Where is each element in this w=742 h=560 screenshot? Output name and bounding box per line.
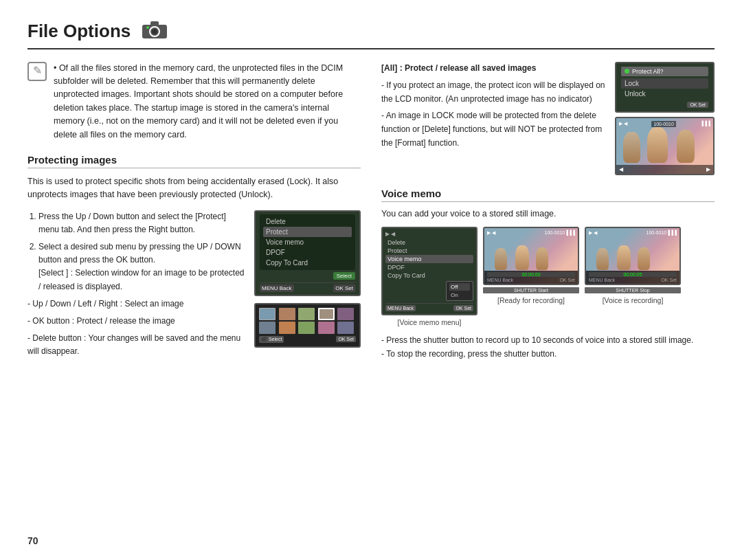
set-btn-2: OK Set [336,336,356,342]
thumb-3 [298,308,315,320]
camera-indicator: ▶ ◀ [385,231,395,237]
arrow-right: ▶ [706,166,710,172]
select-badge: Select [333,272,355,280]
note-text: • Of all the files stored in the memory … [54,62,361,142]
bullet-marker: • [54,63,56,73]
thumb-6 [259,322,276,334]
rec-top-bar: ▶ ◀ 100-0010▐▐▐ [586,228,679,238]
rec-person-2 [617,245,631,270]
lcd-menu-screen: Delete Protect Voice memo DPOF Copy To C… [254,210,361,296]
thumb-2 [279,308,295,320]
note-icon: ✎ [27,62,47,81]
photo-indicator: ▶ ◀ [619,121,627,127]
voice-screens: ▶ ◀ Delete Protect Voice memo DPOF Copy … [381,227,715,326]
shutter-stop-btn: SHUTTER Stop [585,287,681,293]
shutter-start-btn: SHUTTER Start [483,287,579,293]
page-title: File Options [27,21,715,49]
thumb-4 [318,308,335,320]
vm-voice: Voice memo [385,255,473,263]
lcd-bottom-bar-1: MENU Back OK Set [260,282,355,292]
voice-menu-label: [Voice memo menu] [398,318,462,326]
camera-icon [142,21,167,44]
thumb-5 [337,308,354,320]
ready-person-1 [495,248,507,270]
svg-rect-1 [150,21,159,26]
person-2 [647,127,668,163]
bullet-3: Delete button : Your changes will be sav… [27,332,245,358]
voice-ready-lcd: ▶ ◀ 100-0010▐▐▐ 00:00:00 MENU Back OK Se… [483,227,579,285]
ok-btn-3: OK Set [661,278,677,282]
rec-btns: MENU Back OK Set [589,278,677,282]
party-photo-overlay: ▶ ◀ 100-0010 ▐▐▐ [619,121,710,127]
ok-btn-2: OK Set [559,278,575,282]
lock-item: Lock [621,78,708,89]
voice-recording-lcd: ▶ ◀ 100-0010▐▐▐ 00:00:05 MENU Back OK Se… [585,227,681,285]
protect-all-screen: Protect All? Lock Unlock OK Set [615,62,715,113]
right-top: [All] : Protect / release all saved imag… [381,62,715,175]
person-3 [677,130,695,163]
protect-bullet-2: - An image in LOCK mode will be protecte… [381,109,605,150]
party-photo: ▶ ◀ 100-0010 ▐▐▐ ◀ ▶ [615,117,715,175]
rec-person-1 [596,248,609,270]
protect-intro: This is used to protect specific shots f… [27,175,361,202]
ready-counter: 100-0010▐▐▐ [545,230,575,236]
vm-submenu: Off On [446,281,473,301]
lcd-menu: Delete Protect Voice memo DPOF Copy To C… [260,214,355,270]
set-btn-3: OK Set [687,102,708,108]
green-dot [625,69,629,74]
protect-steps-text: Press the Up / Down button and select th… [27,210,245,363]
thumb-1 [259,308,276,320]
ready-person-3 [536,247,548,270]
rec-counter: 100-0010▐▐▐ [647,230,677,236]
ready-top-bar: ▶ ◀ 100-0010▐▐▐ [484,228,578,238]
svg-point-4 [146,26,149,29]
protect-all-title: Protect All? [621,67,708,76]
voice-memo-title: Voice memo [381,188,715,202]
vm-off: Off [449,283,470,291]
voice-menu-wrap: ▶ ◀ Delete Protect Voice memo DPOF Copy … [381,227,477,326]
right-column: [All] : Protect / release all saved imag… [381,62,715,363]
right-text: [All] : Protect / release all saved imag… [381,62,605,175]
photo-grid-screen: ⬛ Select OK Set [254,303,361,348]
thumb-9 [318,322,335,334]
svg-point-3 [152,29,157,34]
select-btn: ⬛ Select [259,336,284,343]
person-1 [623,132,640,163]
page-number: 70 [27,535,38,546]
voice-ready-label: [Ready for recording] [497,296,565,304]
voice-note-1: Press the shutter button to record up to… [381,333,715,347]
back-btn-3: MENU Back [589,278,615,282]
photo-counter: 100-0010 [651,121,676,127]
timer-ready: 00:00:00 [487,272,575,277]
protect-steps: Press the Up / Down button and select th… [27,210,361,363]
rec-indicator: ▶ ◀ [589,230,597,236]
ready-bottom: 00:00:00 MENU Back OK Set [484,271,578,284]
step-2: Select a desired sub menu by pressing th… [38,240,245,293]
left-column: ✎ • Of all the files stored in the memor… [27,62,361,363]
voice-menu-list: Delete Protect Voice memo DPOF Copy To C… [385,238,473,280]
note-content: Of all the files stored in the memory ca… [54,63,343,139]
timer-recording: 00:00:05 [589,272,677,277]
title-text: File Options [27,21,131,41]
protect-all-title-text: Protect All? [632,68,664,75]
ready-btns: MENU Back OK Set [487,278,575,282]
thumb-7 [279,322,295,334]
vm-on: On [449,291,470,299]
voice-ready-wrap: ▶ ◀ 100-0010▐▐▐ 00:00:00 MENU Back OK Se… [483,227,579,326]
set-btn: OK Set [333,284,355,292]
vm-copy: Copy To Card [385,271,473,280]
unlock-item: Unlock [621,89,708,99]
rec-person-3 [638,247,650,270]
voice-notes: Press the shutter button to record up to… [381,333,715,361]
screen-images: Delete Protect Voice memo DPOF Copy To C… [254,210,361,348]
voice-note-2: To stop the recording, press the shutter… [381,347,715,361]
voice-recording-wrap: ▶ ◀ 100-0010▐▐▐ 00:00:05 MENU Back OK Se… [585,227,681,326]
voice-recording-label: [Voice is recording] [603,296,664,304]
ready-indicator: ▶ ◀ [487,230,495,236]
thumb-10 [337,322,354,334]
photo-bars: ▐▐▐ [700,121,710,127]
menu-item-copy: Copy To Card [263,258,352,268]
menu-item-delete: Delete [263,216,352,227]
all-protect-text: [All] : Protect / release all saved imag… [381,62,605,75]
ready-person-2 [515,245,529,270]
